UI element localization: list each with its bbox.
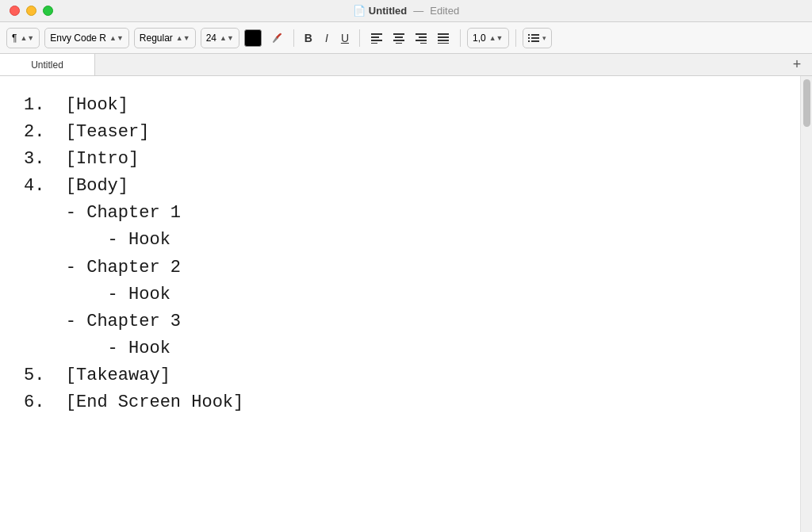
svg-rect-0 [371,33,382,35]
bold-button[interactable]: B [301,29,316,47]
line-spacing-label: 1,0 [473,33,486,44]
align-center-button[interactable] [389,30,409,46]
traffic-lights [10,6,53,16]
scrollbar-thumb[interactable] [803,79,810,127]
font-size-selector[interactable]: 24 ▲▼ [201,28,239,48]
separator-4 [515,29,516,47]
document-icon: 📄 [353,5,366,17]
title-separator: — [413,5,423,17]
svg-rect-2 [371,40,382,41]
svg-rect-7 [396,43,402,44]
eyedropper-button[interactable] [266,29,287,47]
list-chevron: ▾ [542,34,546,42]
svg-rect-3 [371,43,377,44]
font-size-chevron: ▲▼ [220,34,234,42]
document-line: - Chapter 2 [24,255,776,281]
font-family-label: Envy Code R [50,33,106,44]
svg-rect-8 [416,33,427,35]
scrollbar-track[interactable] [800,76,812,532]
list-icon [528,33,539,43]
svg-rect-14 [438,40,449,41]
font-family-selector[interactable]: Envy Code R ▲▼ [44,28,129,48]
minimize-button[interactable] [26,6,36,16]
paragraph-icon: ¶ [12,33,17,44]
document-line: - Hook [24,281,776,308]
svg-rect-11 [420,43,427,44]
align-left-icon [370,33,383,44]
font-color-swatch[interactable] [244,29,262,47]
font-style-selector[interactable]: Regular ▲▼ [134,28,196,48]
list-style-selector[interactable]: ▾ [523,28,552,48]
document-line: - Hook [24,335,776,362]
filename-label: Untitled [369,5,407,17]
line-spacing-chevron: ▲▼ [489,34,504,42]
document-line: 3. [Intro] [24,146,776,173]
separator-1 [293,29,294,47]
align-justify-button[interactable] [433,30,454,46]
svg-rect-1 [371,36,379,38]
svg-rect-15 [438,43,449,44]
svg-rect-19 [531,37,539,39]
document-content: 1. [Hook]2. [Teaser]3. [Intro]4. [Body] … [0,76,812,532]
separator-3 [460,29,461,47]
line-spacing-selector[interactable]: 1,0 ▲▼ [467,28,509,48]
svg-rect-18 [528,37,530,39]
document-line: 2. [Teaser] [24,119,776,146]
svg-rect-17 [531,34,539,36]
eyedropper-icon [270,32,283,44]
document-editor[interactable]: 1. [Hook]2. [Teaser]3. [Intro]4. [Body] … [0,76,800,532]
document-line: 1. [Hook] [24,92,776,119]
align-justify-icon [437,33,450,44]
separator-2 [359,29,360,47]
align-left-button[interactable] [366,30,387,46]
paragraph-style-selector[interactable]: ¶ ▲▼ [6,28,40,48]
align-center-icon [393,33,405,44]
svg-rect-6 [393,40,404,41]
document-line: - Hook [24,227,776,254]
svg-rect-16 [528,34,530,36]
font-family-chevron: ▲▼ [109,34,124,42]
document-line: 5. [Takeaway] [24,362,776,389]
window-title: 📄 Untitled — Edited [353,5,459,17]
tab-label: Untitled [31,59,63,71]
document-line: - Chapter 3 [24,308,776,335]
add-tab-button[interactable]: + [788,56,806,74]
svg-rect-20 [528,40,530,42]
align-right-icon [415,33,427,44]
close-button[interactable] [10,6,20,16]
document-tab[interactable]: Untitled [0,54,95,75]
document-line: - Chapter 1 [24,200,776,227]
svg-rect-9 [419,36,427,38]
tab-bar: Untitled + [0,54,812,76]
font-style-chevron: ▲▼ [176,34,190,42]
edit-status: Edited [430,5,459,17]
underline-button[interactable]: U [337,29,353,47]
svg-rect-12 [438,33,449,35]
font-size-label: 24 [206,33,216,44]
alignment-group [366,30,454,46]
maximize-button[interactable] [43,6,53,16]
svg-rect-21 [531,40,539,42]
align-right-button[interactable] [411,30,431,46]
title-bar: 📄 Untitled — Edited [0,0,812,22]
svg-rect-5 [395,36,403,38]
italic-button[interactable]: I [321,29,332,47]
svg-rect-4 [393,33,404,35]
svg-rect-10 [416,40,427,41]
font-style-label: Regular [140,33,173,44]
paragraph-chevron: ▲▼ [20,34,34,42]
document-line: 6. [End Screen Hook] [24,389,776,416]
toolbar: ¶ ▲▼ Envy Code R ▲▼ Regular ▲▼ 24 ▲▼ B I… [0,22,812,54]
svg-rect-13 [438,36,449,38]
document-line: 4. [Body] [24,173,776,200]
